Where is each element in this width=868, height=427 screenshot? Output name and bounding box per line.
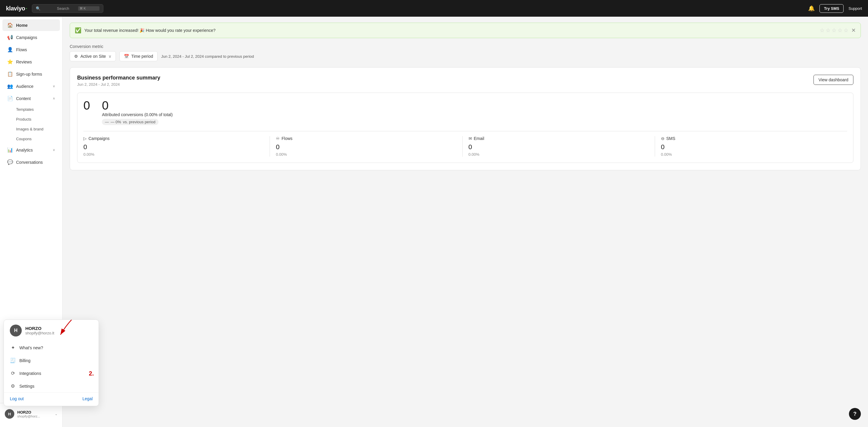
sidebar-item-analytics[interactable]: 📊 Analytics ∨	[2, 144, 60, 156]
sms-channel-icon: ⊖	[661, 136, 664, 141]
sidebar-item-templates[interactable]: Templates	[2, 105, 60, 114]
star-4-icon[interactable]: ☆	[838, 27, 842, 34]
metrics-main: 0 0 Attributed conversions (0.00% of tot…	[84, 99, 847, 125]
channel-value-sms: 0	[661, 143, 841, 151]
time-period-label: Time period	[131, 54, 153, 59]
performance-date: Jun 2, 2024 - Jul 2, 2024	[77, 82, 160, 87]
campaigns-channel-icon: ▷	[84, 136, 87, 141]
channel-value-email: 0	[469, 143, 649, 151]
analytics-chevron-icon: ∨	[53, 148, 55, 152]
star-2-icon[interactable]: ☆	[826, 27, 831, 34]
performance-header: Business performance summary Jun 2, 2024…	[77, 75, 854, 87]
metrics-box: 0 0 Attributed conversions (0.00% of tot…	[77, 93, 854, 163]
sidebar-item-products[interactable]: Products	[2, 114, 60, 124]
controls-row: ⚙ Active on Site ∨ 📅 Time period Jun 2, …	[70, 51, 861, 61]
popup-settings[interactable]: ⚙ Settings	[4, 380, 99, 392]
popup-billing[interactable]: 🧾 Billing	[4, 354, 99, 367]
sidebar-item-campaigns[interactable]: 📢 Campaigns	[2, 32, 60, 43]
sidebar-item-home[interactable]: 🏠 Home	[2, 19, 60, 31]
support-link[interactable]: Support	[848, 6, 862, 11]
avatar: H	[5, 409, 14, 419]
sidebar-item-conversations[interactable]: 💬 Conversations	[2, 156, 60, 168]
channel-label: Campaigns	[89, 136, 110, 141]
performance-title: Business performance summary	[77, 75, 160, 81]
channel-header-sms: ⊖ SMS	[661, 136, 841, 141]
user-name: HORZO	[17, 410, 52, 415]
logo: klaviyo·	[6, 5, 27, 12]
email-channel-icon: ✉	[469, 136, 472, 141]
sidebar-item-content[interactable]: 📄 Content ∧	[2, 93, 60, 104]
sidebar-item-label: Campaigns	[16, 35, 37, 40]
active-on-site-select[interactable]: ⚙ Active on Site ∨	[70, 51, 116, 61]
audience-icon: 👥	[7, 84, 13, 89]
active-on-site-label: Active on Site	[81, 54, 106, 59]
sidebar-item-label: Home	[16, 23, 28, 28]
annotation-number: 2.	[89, 370, 94, 377]
sidebar-item-label: Content	[16, 96, 31, 101]
flows-channel-icon: ♾	[276, 136, 280, 141]
notification-bell-icon[interactable]: 🔔	[808, 5, 815, 11]
star-1-icon[interactable]: ☆	[820, 27, 825, 34]
star-3-icon[interactable]: ☆	[832, 27, 836, 34]
whats-new-label: What's new?	[19, 346, 43, 350]
sidebar-item-label: Analytics	[16, 148, 33, 153]
popup-integrations[interactable]: ⟳ Integrations 2.	[4, 367, 99, 380]
user-chevron-icon: ⌄	[55, 412, 58, 416]
close-icon[interactable]: ✕	[851, 27, 856, 34]
sidebar-item-images-brand[interactable]: Images & brand	[2, 125, 60, 134]
date-range-text: Jun 2, 2024 - Jul 2, 2024 compared to pr…	[161, 54, 254, 59]
try-sms-button[interactable]: Try SMS	[819, 4, 844, 13]
sidebar-user-menu[interactable]: H HORZO shopify@horz... ⌄	[2, 407, 60, 421]
calendar-icon: 📅	[124, 54, 129, 59]
campaigns-icon: 📢	[7, 35, 13, 40]
search-bar[interactable]: 🔍 Search ⌘ K	[32, 4, 103, 13]
channel-label: Email	[474, 136, 484, 141]
channel-sms: ⊖ SMS 0 0.00%	[655, 136, 847, 157]
settings-label: Settings	[19, 384, 35, 389]
search-icon: 🔍	[36, 6, 55, 11]
sidebar-sub-label: Coupons	[16, 137, 32, 141]
sidebar-item-audience[interactable]: 👥 Audience ∨	[2, 80, 60, 92]
channel-pct-campaigns: 0.00%	[84, 152, 264, 157]
conversations-icon: 💬	[7, 159, 13, 165]
sidebar-item-flows[interactable]: 👤 Flows	[2, 44, 60, 55]
help-button[interactable]: ?	[849, 408, 861, 420]
sidebar-item-reviews[interactable]: ⭐ Reviews	[2, 56, 60, 68]
vs-pct: — 0%	[111, 120, 121, 124]
channel-flows: ♾ Flows 0 0.00%	[270, 136, 462, 157]
flows-icon: 👤	[7, 47, 13, 53]
search-placeholder: Search	[57, 6, 76, 11]
chevron-down-icon: ∨	[108, 54, 112, 59]
sidebar-sub-label: Templates	[16, 107, 34, 112]
attributed-label: Attributed conversions (0.00% of total)	[102, 112, 173, 117]
sidebar-sub-label: Products	[16, 117, 31, 122]
rating-stars: ☆ ☆ ☆ ☆ ☆	[820, 27, 848, 34]
popup-avatar: H	[10, 325, 22, 336]
logo-text: klaviyo	[6, 5, 25, 12]
channel-pct-flows: 0.00%	[276, 152, 456, 157]
view-dashboard-button[interactable]: View dashboard	[813, 75, 854, 85]
channel-value-flows: 0	[276, 143, 456, 151]
user-popup: H HORZO shopify@horzo.lt ✦ What's new? 🧾…	[4, 320, 99, 406]
popup-user-name: HORZO	[25, 326, 54, 331]
gear-icon: ⚙	[74, 54, 78, 59]
time-period-button[interactable]: 📅 Time period	[119, 51, 158, 61]
channel-label: SMS	[666, 136, 675, 141]
user-info: HORZO shopify@horz...	[17, 410, 52, 418]
legal-link[interactable]: Legal	[83, 396, 93, 401]
performance-card: Business performance summary Jun 2, 2024…	[70, 67, 861, 170]
dash-icon: —	[105, 120, 109, 124]
vs-previous-period: — — 0% vs. previous period	[102, 119, 158, 125]
analytics-icon: 📊	[7, 147, 13, 153]
billing-icon: 🧾	[10, 358, 16, 363]
banner-text: Your total revenue increased! 🎉 How woul…	[84, 28, 814, 33]
popup-whats-new[interactable]: ✦ What's new?	[4, 341, 99, 354]
content-chevron-icon: ∧	[53, 96, 55, 100]
channel-header-email: ✉ Email	[469, 136, 649, 141]
log-out-link[interactable]: Log out	[10, 396, 24, 401]
settings-icon: ⚙	[10, 383, 16, 389]
sidebar-item-signup-forms[interactable]: 📋 Sign-up forms	[2, 68, 60, 80]
revenue-value: 0	[84, 99, 90, 125]
sidebar-item-coupons[interactable]: Coupons	[2, 134, 60, 143]
star-5-icon[interactable]: ☆	[844, 27, 848, 34]
